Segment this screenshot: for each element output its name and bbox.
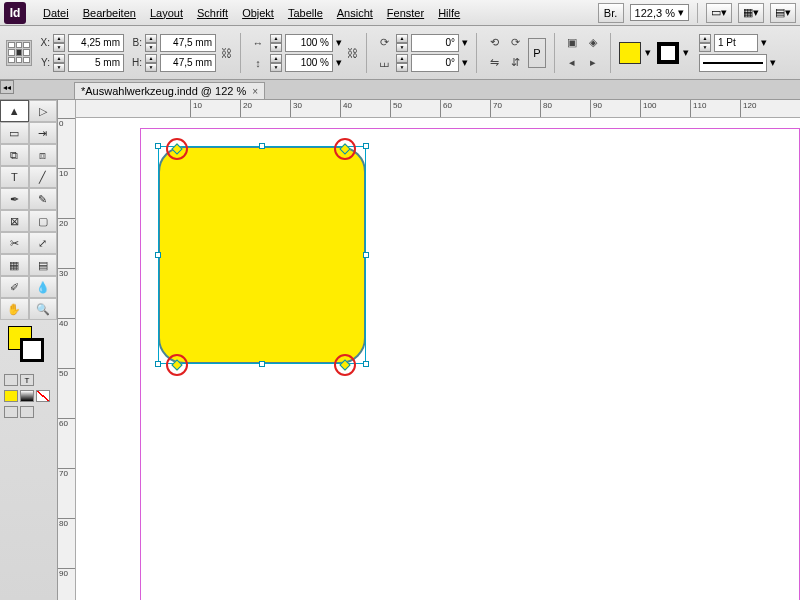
menu-bearbeiten[interactable]: Bearbeiten — [76, 3, 143, 23]
stroke-weight-input[interactable]: 1 Pt — [714, 34, 758, 52]
pen-tool[interactable]: ✒ — [0, 188, 29, 210]
document-tab[interactable]: *Auswahlwerkzeug.indd @ 122 % × — [74, 82, 265, 99]
content-placer-tool[interactable]: ⧈ — [29, 144, 58, 166]
zoom-tool[interactable]: 🔍 — [29, 298, 58, 320]
scalex-stepper[interactable]: ▲▼ — [270, 34, 282, 52]
select-content-icon[interactable]: ◈ — [584, 34, 602, 52]
formatting-container-icon[interactable] — [4, 374, 18, 386]
shear-input[interactable]: 0° — [411, 54, 459, 72]
x-stepper[interactable]: ▲▼ — [53, 34, 65, 52]
scale-x-input[interactable]: 100 % — [285, 34, 333, 52]
stroke-dropdown-icon[interactable]: ▾ — [683, 46, 689, 59]
select-prev-icon[interactable]: ◂ — [563, 54, 581, 72]
menu-datei[interactable]: Datei — [36, 3, 76, 23]
select-container-icon[interactable]: ▣ — [563, 34, 581, 52]
fill-stroke-proxy[interactable] — [4, 324, 53, 368]
constrain-scale-icon[interactable]: ⛓ — [346, 37, 358, 69]
handle-se[interactable] — [363, 361, 369, 367]
note-tool[interactable]: ✐ — [0, 276, 29, 298]
handle-nw[interactable] — [155, 143, 161, 149]
free-transform-tool[interactable]: ⤢ — [29, 232, 58, 254]
vertical-ruler[interactable]: 0 10 20 30 40 50 60 70 80 90 — [58, 100, 76, 600]
panel-toggle-icon[interactable]: ◂◂ — [0, 80, 14, 94]
rectangle-frame-tool[interactable]: ⊠ — [0, 210, 29, 232]
flip-h-icon[interactable]: ⇋ — [485, 54, 503, 72]
flip-v-icon[interactable]: ⇵ — [506, 54, 524, 72]
arrange-button[interactable]: ▦▾ — [738, 3, 764, 23]
menu-bar: Id Datei Bearbeiten Layout Schrift Objek… — [0, 0, 800, 26]
shear-stepper[interactable]: ▲▼ — [396, 54, 408, 72]
rotate-icon: ⟳ — [375, 34, 393, 52]
w-stepper[interactable]: ▲▼ — [145, 34, 157, 52]
bridge-button[interactable]: Br. — [598, 3, 624, 23]
fill-swatch[interactable] — [619, 42, 641, 64]
apply-none-icon[interactable] — [36, 390, 50, 402]
reference-point[interactable] — [6, 40, 32, 66]
y-label: Y: — [36, 57, 50, 68]
handle-s[interactable] — [259, 361, 265, 367]
app-logo-icon: Id — [4, 2, 26, 24]
handle-n[interactable] — [259, 143, 265, 149]
canvas-area[interactable]: 10 20 30 40 50 60 70 80 90 100 110 120 — [76, 100, 800, 600]
stroke-swatch[interactable] — [657, 42, 679, 64]
workspace-button[interactable]: ▤▾ — [770, 3, 796, 23]
line-tool[interactable]: ╱ — [29, 166, 58, 188]
direct-selection-tool[interactable]: ▷ — [29, 100, 58, 122]
apply-color-icon[interactable] — [4, 390, 18, 402]
gradient-feather-tool[interactable]: ▤ — [29, 254, 58, 276]
y-input[interactable]: 5 mm — [68, 54, 124, 72]
close-icon[interactable]: × — [252, 86, 258, 97]
shear-icon: ⧢ — [375, 54, 393, 72]
menu-schrift[interactable]: Schrift — [190, 3, 235, 23]
eyedropper-tool[interactable]: 💧 — [29, 276, 58, 298]
constrain-wh-icon[interactable]: ⛓ — [220, 37, 232, 69]
scaley-stepper[interactable]: ▲▼ — [270, 54, 282, 72]
h-stepper[interactable]: ▲▼ — [145, 54, 157, 72]
w-input[interactable]: 47,5 mm — [160, 34, 216, 52]
document-tab-strip: *Auswahlwerkzeug.indd @ 122 % × — [0, 80, 800, 100]
view-mode-preview-icon[interactable] — [20, 406, 34, 418]
pencil-tool[interactable]: ✎ — [29, 188, 58, 210]
selection-bbox — [158, 146, 366, 364]
rot-stepper[interactable]: ▲▼ — [396, 34, 408, 52]
horizontal-ruler[interactable]: 10 20 30 40 50 60 70 80 90 100 110 120 — [76, 100, 800, 118]
rectangle-tool[interactable]: ▢ — [29, 210, 58, 232]
menu-ansicht[interactable]: Ansicht — [330, 3, 380, 23]
stroke-proxy-icon[interactable] — [20, 338, 44, 362]
tab-title: *Auswahlwerkzeug.indd @ 122 % — [81, 85, 246, 97]
zoom-level-input[interactable]: 122,3 % ▾ — [630, 4, 689, 21]
stroke-style-select[interactable] — [699, 54, 767, 72]
page-tool[interactable]: ▭ — [0, 122, 29, 144]
gap-tool[interactable]: ⇥ — [29, 122, 58, 144]
handle-e[interactable] — [363, 252, 369, 258]
formatting-text-icon[interactable]: T — [20, 374, 34, 386]
hand-tool[interactable]: ✋ — [0, 298, 29, 320]
rotate-input[interactable]: 0° — [411, 34, 459, 52]
swatch-dropdown-icon[interactable]: ▾ — [645, 46, 651, 59]
handle-ne[interactable] — [363, 143, 369, 149]
view-mode-normal-icon[interactable] — [4, 406, 18, 418]
h-label: H: — [128, 57, 142, 68]
handle-w[interactable] — [155, 252, 161, 258]
menu-objekt[interactable]: Objekt — [235, 3, 281, 23]
scissors-tool[interactable]: ✂ — [0, 232, 29, 254]
select-next-icon[interactable]: ▸ — [584, 54, 602, 72]
h-input[interactable]: 47,5 mm — [160, 54, 216, 72]
apply-gradient-icon[interactable] — [20, 390, 34, 402]
gradient-swatch-tool[interactable]: ▦ — [0, 254, 29, 276]
menu-hilfe[interactable]: Hilfe — [431, 3, 467, 23]
menu-fenster[interactable]: Fenster — [380, 3, 431, 23]
selection-tool[interactable]: ▲ — [0, 100, 29, 122]
handle-sw[interactable] — [155, 361, 161, 367]
scale-y-input[interactable]: 100 % — [285, 54, 333, 72]
rotate-cw-icon[interactable]: ⟳ — [506, 34, 524, 52]
strokew-stepper[interactable]: ▲▼ — [699, 34, 711, 52]
menu-layout[interactable]: Layout — [143, 3, 190, 23]
content-collector-tool[interactable]: ⧉ — [0, 144, 29, 166]
type-tool[interactable]: T — [0, 166, 29, 188]
x-input[interactable]: 4,25 mm — [68, 34, 124, 52]
rotate-ccw-icon[interactable]: ⟲ — [485, 34, 503, 52]
screen-mode-button[interactable]: ▭▾ — [706, 3, 732, 23]
menu-tabelle[interactable]: Tabelle — [281, 3, 330, 23]
y-stepper[interactable]: ▲▼ — [53, 54, 65, 72]
